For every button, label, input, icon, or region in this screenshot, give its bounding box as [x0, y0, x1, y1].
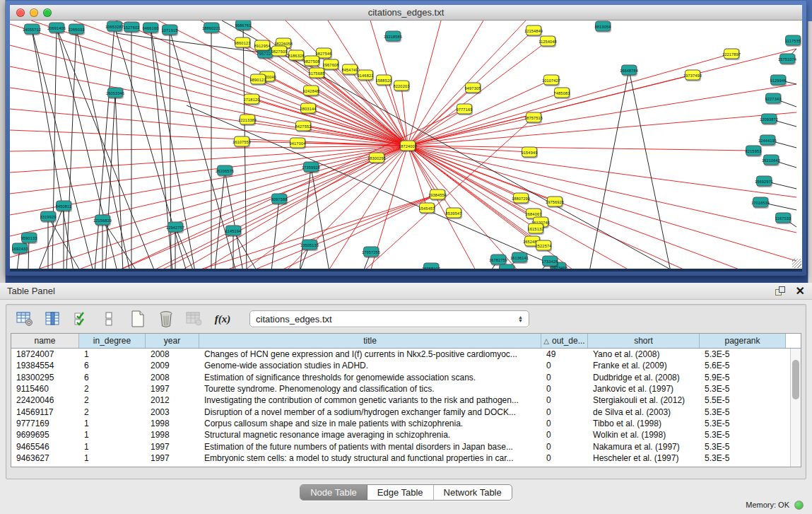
- graph-node[interactable]: 16782759: [490, 255, 506, 265]
- graph-node[interactable]: 17359928: [303, 162, 319, 173]
- graph-node[interactable]: 2522574: [536, 240, 551, 251]
- graph-node[interactable]: 19737493: [685, 70, 700, 81]
- graph-node[interactable]: 6466160: [143, 23, 158, 33]
- graph-node[interactable]: 1527602: [124, 22, 139, 33]
- graph-node[interactable]: 16107553: [234, 136, 249, 147]
- column-header-out_de[interactable]: △out_de...: [541, 334, 588, 348]
- graph-node-hub[interactable]: 18724007: [400, 141, 416, 151]
- table-cell[interactable]: 22420046: [11, 395, 79, 406]
- graph-node[interactable]: 14055712: [24, 24, 40, 35]
- table-cell[interactable]: de Silva et al. (2003): [588, 406, 700, 417]
- graph-node[interactable]: 12942757: [167, 222, 183, 233]
- table-settings-icon[interactable]: [15, 310, 35, 328]
- graph-node[interactable]: 16210643: [763, 155, 779, 165]
- table-select-dropdown[interactable]: citations_edges.txt ▲▼: [249, 310, 529, 327]
- table-cell[interactable]: 5.6E-5: [700, 360, 786, 371]
- table-cell[interactable]: 5.3E-5: [700, 440, 786, 452]
- table-cell[interactable]: 0: [541, 372, 588, 383]
- table-cell[interactable]: 0: [541, 395, 588, 406]
- graph-node[interactable]: 15751074: [779, 54, 795, 64]
- graph-node[interactable]: 1545457: [419, 203, 435, 214]
- table-cell[interactable]: 9777169: [11, 418, 79, 429]
- graph-node[interactable]: 2265033: [69, 24, 84, 35]
- graph-node[interactable]: 10107427: [543, 75, 559, 86]
- table-cell[interactable]: 2008: [146, 349, 199, 360]
- graph-node[interactable]: 18757515: [526, 112, 541, 123]
- table-cell[interactable]: 49: [541, 349, 588, 360]
- graph-node[interactable]: 16136141: [512, 252, 527, 263]
- graph-node[interactable]: 12154849: [526, 25, 541, 36]
- table-cell[interactable]: 1998: [146, 418, 199, 429]
- new-table-icon[interactable]: [128, 310, 148, 328]
- graph-node[interactable]: 2803144: [300, 103, 316, 114]
- minimize-window-button[interactable]: [30, 8, 38, 17]
- table-cell[interactable]: 5.9E-5: [700, 372, 786, 383]
- table-row[interactable]: 1872400712008Changes of HCN gene express…: [11, 349, 801, 360]
- table-cell[interactable]: Dudbridge et al. (2008): [588, 372, 700, 383]
- graph-node[interactable]: 19756928: [547, 197, 563, 207]
- table-cell[interactable]: 18724007: [11, 349, 79, 360]
- table-cell[interactable]: 9699695: [11, 429, 79, 440]
- function-builder-icon[interactable]: f(x): [213, 310, 233, 328]
- table-row[interactable]: 1456911722003Disruption of a novel membe…: [11, 406, 801, 417]
- table-cell[interactable]: 6: [79, 372, 146, 383]
- graph-node[interactable]: 12213383: [240, 115, 255, 125]
- graph-node[interactable]: 8539547: [446, 208, 461, 218]
- table-row[interactable]: 1938455462009Genome-wide association stu…: [11, 360, 801, 371]
- graph-node[interactable]: 3097588: [271, 194, 287, 204]
- graph-node[interactable]: 9827509: [271, 46, 287, 57]
- graph-node[interactable]: 8912954: [254, 40, 270, 51]
- graph-node[interactable]: 8220203: [394, 81, 409, 91]
- graph-node[interactable]: 7485083: [554, 88, 570, 98]
- graph-node[interactable]: 19384554: [430, 189, 445, 200]
- table-cell[interactable]: Tourette syndrome. Phenomenology and cla…: [199, 383, 541, 395]
- table-cell[interactable]: 9115460: [11, 383, 79, 395]
- table-cell[interactable]: Changes of HCN gene expression and I(f) …: [199, 349, 541, 360]
- graph-node[interactable]: 1692433: [12, 243, 28, 254]
- table-cell[interactable]: 9465546: [11, 440, 79, 452]
- table-cell[interactable]: Genome-wide association studies in ADHD.: [199, 360, 541, 371]
- table-cell[interactable]: 0: [541, 418, 588, 429]
- graph-node[interactable]: 1733426: [542, 256, 558, 267]
- graph-node[interactable]: 18807299: [513, 193, 529, 204]
- graph-node[interactable]: 1145194: [225, 226, 241, 236]
- window-titlebar[interactable]: citations_edges.txt: [10, 5, 802, 21]
- graph-node[interactable]: 9827508: [304, 56, 319, 66]
- graph-node[interactable]: 1117535: [785, 35, 801, 46]
- network-canvas[interactable]: 1405571220691406226503310653287152760264…: [10, 21, 802, 271]
- table-cell[interactable]: Investigating the contribution of common…: [199, 395, 541, 406]
- column-header-pagerank[interactable]: pagerank: [700, 334, 786, 348]
- table-cell[interactable]: Corpus callosum shape and size in male p…: [199, 418, 541, 429]
- graph-node[interactable]: 8454749: [342, 64, 358, 75]
- graph-node[interactable]: 26053346: [107, 88, 123, 98]
- column-header-short[interactable]: short: [588, 334, 700, 348]
- table-cell[interactable]: 5.3E-5: [700, 406, 786, 417]
- table-cell[interactable]: Tibbo et al. (1998): [588, 418, 700, 429]
- graph-node[interactable]: 9146821: [358, 70, 373, 81]
- graph-node[interactable]: 17957255: [363, 247, 379, 257]
- table-cell[interactable]: 0: [541, 360, 588, 371]
- graph-node[interactable]: 20691406: [49, 23, 64, 33]
- table-cell[interactable]: 5.3E-5: [700, 418, 786, 429]
- column-header-in_degree[interactable]: in_degree: [79, 334, 146, 348]
- graph-node[interactable]: 8813054: [595, 21, 611, 32]
- graph-node[interactable]: 9129946: [770, 75, 786, 86]
- graph-node[interactable]: 15692971: [756, 176, 772, 187]
- graph-node[interactable]: 18860221: [204, 23, 219, 33]
- table-cell[interactable]: Jankovic et al. (1997): [588, 383, 700, 395]
- table-cell[interactable]: 0: [541, 383, 588, 395]
- table-cell[interactable]: 2: [79, 383, 146, 395]
- delete-table-icon[interactable]: [156, 310, 176, 328]
- table-row[interactable]: 946362711997Embryonic stem cells: a mode…: [11, 452, 801, 464]
- table-cell[interactable]: 9463627: [11, 452, 79, 464]
- table-row[interactable]: 946554611997Estimation of the future num…: [11, 440, 801, 452]
- graph-node[interactable]: 1588520: [376, 75, 392, 86]
- select-all-icon[interactable]: [71, 310, 91, 328]
- table-cell[interactable]: 5.3E-5: [700, 383, 786, 395]
- graph-node[interactable]: 10653287: [107, 21, 122, 32]
- graph-node[interactable]: 1615132: [528, 223, 543, 234]
- table-cell[interactable]: 5.3E-5: [700, 452, 786, 464]
- table-row[interactable]: 977716911998Corpus callosum shape and si…: [11, 418, 801, 429]
- table-cell[interactable]: 1997: [146, 383, 199, 395]
- graph-node[interactable]: 8450811: [56, 201, 71, 211]
